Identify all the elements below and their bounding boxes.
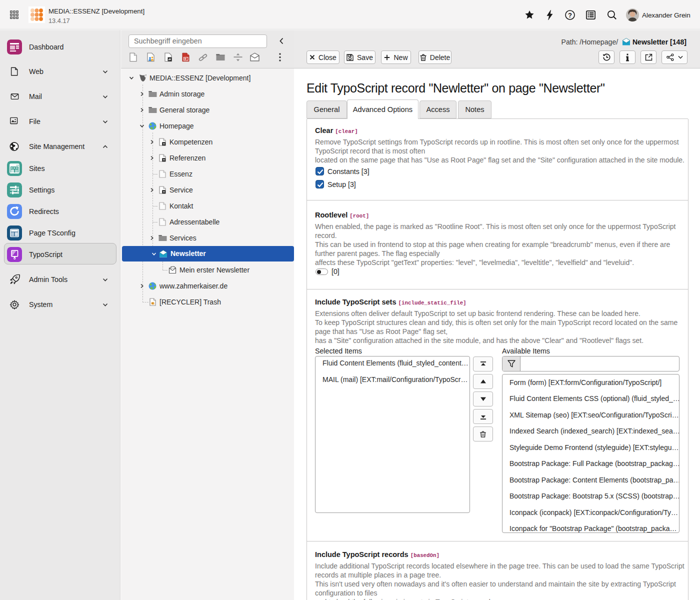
svg-text:?: ? [568,12,572,19]
